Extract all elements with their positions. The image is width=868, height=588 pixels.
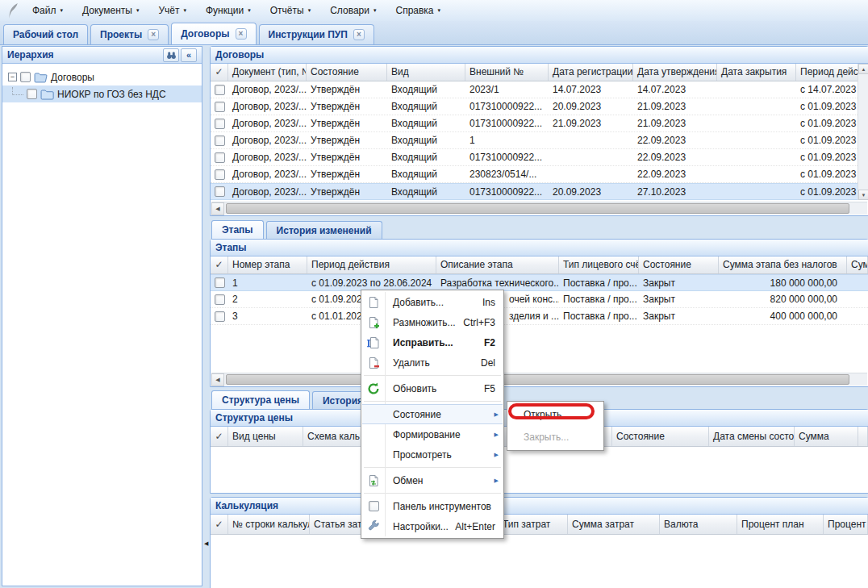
menu-item-settings[interactable]: Настройки... Alt+Enter xyxy=(362,516,503,536)
table-row[interactable]: Договор, 2023/... Утверждён Входящий 017… xyxy=(211,115,858,132)
row-checkbox[interactable] xyxy=(215,186,225,197)
row-checkbox[interactable] xyxy=(215,136,225,146)
tree-item-niokr[interactable]: НИОКР по ГОЗ без НДС xyxy=(2,85,202,102)
row-checkbox[interactable] xyxy=(215,294,225,305)
column-header[interactable]: Документ (тип, № xyxy=(228,64,307,81)
menu-item-delete[interactable]: Удалить Del xyxy=(362,352,503,373)
table-row-selected[interactable]: 1 с 01.09.2023 по 28.06.2024 Разработка … xyxy=(211,274,868,291)
tab-change-history[interactable]: История изменений xyxy=(266,221,382,239)
select-all-header[interactable]: ✓ xyxy=(211,427,228,446)
table-row[interactable]: 3 с 01.01.202 зделия и ... Поставка / пр… xyxy=(211,308,868,325)
select-all-header[interactable]: ✓ xyxy=(211,256,228,273)
select-all-header[interactable]: ✓ xyxy=(211,515,228,534)
column-header[interactable]: Процент план xyxy=(737,515,824,534)
column-header[interactable]: Дата смены состоя xyxy=(709,427,795,446)
column-header[interactable]: Сумма этапа без налогов xyxy=(719,256,847,273)
column-header[interactable]: Сумма xyxy=(847,256,868,273)
table-row[interactable]: Договор, 2023/... Утверждён Входящий 202… xyxy=(211,81,858,98)
column-header[interactable]: Дата закрытия xyxy=(717,64,796,81)
scroll-left-icon[interactable]: ◀ xyxy=(211,202,224,215)
table-row[interactable]: Договор, 2023/... Утверждён Входящий 017… xyxy=(211,149,858,166)
table-row[interactable]: Договор, 2023/... Утверждён Входящий 017… xyxy=(211,98,858,115)
column-header[interactable]: Состояние xyxy=(639,256,719,273)
menu-item-add[interactable]: Добавить... Ins xyxy=(362,292,503,312)
tab-desktop[interactable]: Рабочий стол xyxy=(3,24,88,44)
menu-reports[interactable]: Отчёты▾ xyxy=(261,5,320,16)
column-header[interactable]: Внешний № xyxy=(465,64,549,81)
tab-pup-instructions[interactable]: Инструкции ПУП× xyxy=(259,24,374,44)
column-header[interactable]: Дата утверждения xyxy=(633,64,717,81)
table-row[interactable]: 2 с 01.09.202 очей конс... Поставка / пр… xyxy=(211,291,868,308)
scroll-up-icon[interactable]: ▲ xyxy=(858,64,868,74)
splitter-collapse-icon[interactable]: ◀ xyxy=(204,540,208,547)
column-header[interactable]: Период действия xyxy=(307,256,436,273)
row-checkbox[interactable] xyxy=(215,311,225,322)
vertical-scrollbar[interactable]: ▲ ▼ xyxy=(858,64,868,200)
column-header[interactable]: Процент ф xyxy=(824,515,868,534)
menu-item-view[interactable]: Просмотреть ▶ xyxy=(362,444,503,465)
scrollbar-thumb[interactable] xyxy=(226,374,849,385)
column-header[interactable]: Сумма затрат xyxy=(568,515,660,534)
row-checkbox[interactable] xyxy=(215,152,225,163)
menu-file[interactable]: Файл▾ xyxy=(23,5,73,16)
table-row[interactable]: Договор, 2023/... Утверждён Входящий 230… xyxy=(211,166,858,183)
menu-documents[interactable]: Документы▾ xyxy=(73,5,148,16)
column-header[interactable]: Тип лицевого счёт xyxy=(559,256,639,273)
menu-item-exchange[interactable]: Обмен ▶ xyxy=(362,470,503,490)
tree-checkbox[interactable] xyxy=(20,72,31,82)
column-header[interactable]: Состояние xyxy=(307,64,387,81)
tree-checkbox[interactable] xyxy=(27,89,37,99)
menu-item-edit[interactable]: Исправить... F2 xyxy=(362,332,503,352)
menu-item-duplicate[interactable]: Размножить... Ctrl+F3 xyxy=(362,312,503,332)
menu-help[interactable]: Справка▾ xyxy=(386,5,450,16)
cell-stage-number: 2 xyxy=(228,294,307,305)
scroll-down-icon[interactable]: ▼ xyxy=(858,190,868,200)
table-row-selected[interactable]: Договор, 2023/... Утверждён Входящий 017… xyxy=(211,183,858,200)
column-header[interactable]: Валюта xyxy=(660,515,737,534)
submenu-item-open[interactable]: Открыть... xyxy=(507,403,603,426)
menu-item-state[interactable]: Состояние ▶ xyxy=(362,404,503,424)
column-header[interactable]: Вид xyxy=(387,64,465,81)
horizontal-scrollbar[interactable]: ◀ xyxy=(211,202,867,215)
tab-close-icon[interactable]: × xyxy=(236,28,247,40)
column-header[interactable]: Тип затрат xyxy=(499,515,568,534)
menu-accounting[interactable]: Учёт▾ xyxy=(148,5,196,16)
row-checkbox[interactable] xyxy=(215,169,225,180)
cell-period: с 14.07.2023 по... xyxy=(796,84,858,95)
tab-close-icon[interactable]: × xyxy=(353,29,365,40)
tab-close-icon[interactable]: × xyxy=(148,29,159,40)
menu-item-refresh[interactable]: Обновить F5 xyxy=(362,378,503,398)
menu-item-toolbar-toggle[interactable]: Панель инструментов xyxy=(362,496,503,516)
column-header[interactable]: Сумма xyxy=(795,427,858,446)
scrollbar-thumb[interactable] xyxy=(226,203,849,214)
tab-price-structure[interactable]: Структура цены xyxy=(211,390,310,409)
row-checkbox[interactable] xyxy=(215,277,225,288)
scroll-left-icon[interactable]: ◀ xyxy=(211,373,224,386)
column-header[interactable]: № строки калькул xyxy=(228,515,310,534)
collapse-panel-button[interactable]: « xyxy=(181,48,197,62)
submenu-item-close[interactable]: Закрыть... xyxy=(507,426,603,448)
horizontal-scrollbar[interactable]: ◀ xyxy=(211,373,867,386)
tab-stages[interactable]: Этапы xyxy=(211,220,264,239)
menu-functions[interactable]: Функции▾ xyxy=(196,5,261,16)
cell-state: Утверждён xyxy=(307,169,387,180)
column-header[interactable]: Описание этапа xyxy=(436,256,559,273)
tree-item-contracts[interactable]: − Договоры xyxy=(2,69,202,85)
table-row[interactable]: Договор, 2023/... Утверждён Входящий 1 2… xyxy=(211,132,858,149)
menu-dictionaries[interactable]: Словари▾ xyxy=(320,5,386,16)
tab-contracts[interactable]: Договоры× xyxy=(171,23,256,44)
column-header[interactable] xyxy=(858,427,868,446)
row-checkbox[interactable] xyxy=(215,102,225,112)
search-button[interactable] xyxy=(163,48,179,62)
splitter[interactable]: ◀ xyxy=(203,46,210,588)
column-header[interactable]: Состояние xyxy=(612,427,709,446)
row-checkbox[interactable] xyxy=(215,85,225,95)
column-header[interactable]: Номер этапа xyxy=(228,256,307,273)
tab-projects[interactable]: Проекты× xyxy=(90,24,169,44)
column-header[interactable]: Дата регистрации. xyxy=(549,64,633,81)
menu-item-formation[interactable]: Формирование ▶ xyxy=(362,424,503,444)
column-header[interactable]: Вид цены xyxy=(228,427,303,446)
select-all-header[interactable]: ✓ xyxy=(211,64,228,81)
tree-collapse-icon[interactable]: − xyxy=(8,73,17,81)
row-checkbox[interactable] xyxy=(215,119,225,129)
